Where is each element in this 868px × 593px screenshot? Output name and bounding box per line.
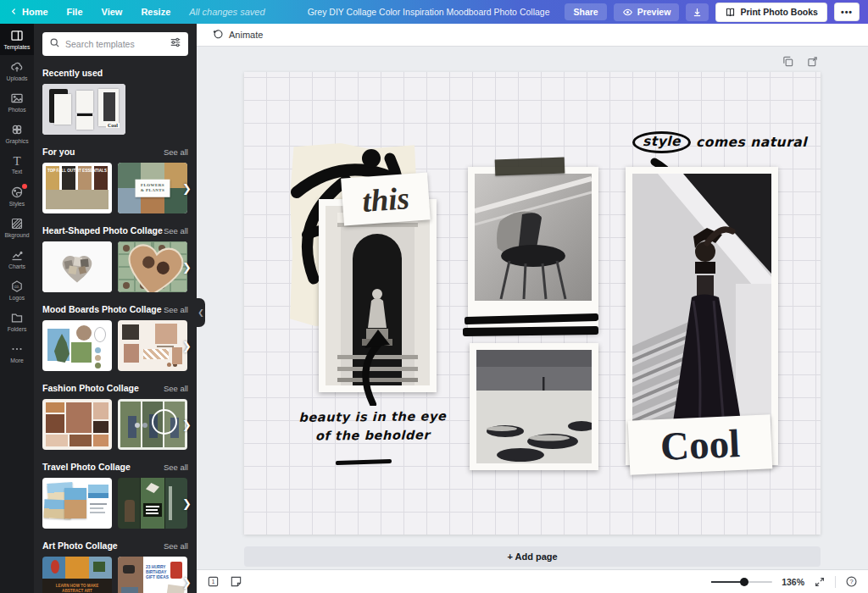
book-icon: [725, 7, 736, 18]
carousel-chevron-icon[interactable]: ❯: [182, 418, 192, 431]
cool-text: Cool: [659, 420, 741, 469]
logos-hexagon-icon: co.: [10, 280, 24, 293]
collage-style-quote[interactable]: style comes natural: [632, 131, 807, 153]
fullscreen-icon[interactable]: [814, 576, 826, 588]
zoom-slider-knob[interactable]: [740, 578, 748, 586]
eye-icon: [622, 7, 633, 18]
page-list-icon[interactable]: 1: [207, 575, 220, 588]
style-rest-text: comes natural: [696, 135, 807, 150]
template-thumb-birthday-gifts[interactable]: 23 HURRY BIRTHDAY GIFT IDEAS: [118, 557, 187, 593]
arrow-up-icon[interactable]: [353, 328, 397, 409]
carousel-chevron-icon[interactable]: ❯: [182, 261, 192, 274]
beauty-line-2: of the beholder: [281, 426, 464, 446]
sidebar-item-more[interactable]: More: [0, 337, 34, 369]
share-button[interactable]: Share: [565, 3, 606, 20]
duplicate-page-icon[interactable]: [782, 55, 794, 71]
context-toolbar: Animate: [197, 24, 868, 47]
collage-photo-dunes[interactable]: [470, 343, 598, 470]
download-icon: [692, 7, 703, 18]
search-input[interactable]: [65, 39, 164, 49]
preview-label: Preview: [637, 7, 671, 17]
background-pattern-icon: [10, 217, 24, 230]
dunes-photo-art: [476, 350, 592, 463]
zoom-slider[interactable]: [711, 581, 772, 583]
sidebar-item-graphics[interactable]: Graphics: [0, 118, 34, 149]
canvas-area: Animate: [197, 24, 868, 593]
see-all-heart[interactable]: See all: [164, 226, 188, 236]
template-thumb-travel-jungle[interactable]: [118, 478, 187, 529]
help-icon[interactable]: ?: [845, 575, 858, 588]
see-all-art[interactable]: See all: [164, 541, 188, 551]
collage-tape[interactable]: [495, 158, 565, 176]
status-bar: 1 136% ?: [197, 569, 868, 593]
template-thumb-flowers-plants[interactable]: FLOWERS & PLANTS: [118, 163, 187, 213]
add-page-button[interactable]: + Add page: [244, 546, 821, 567]
sidebar-item-text[interactable]: T Text: [0, 149, 34, 180]
sidebar-item-background[interactable]: Bkground: [0, 212, 34, 243]
template-thumb-fashion-terracotta[interactable]: [42, 399, 112, 450]
carousel-chevron-icon[interactable]: ❯: [182, 340, 192, 352]
animate-button[interactable]: Animate: [205, 25, 270, 44]
styles-label: Styles: [9, 201, 25, 207]
collage-beauty-quote[interactable]: beauty is in the eye of the beholder: [281, 407, 464, 446]
zoom-level: 136%: [782, 577, 804, 587]
template-thumb-mood-blue[interactable]: [42, 320, 112, 371]
template-thumb-heart-couple[interactable]: [118, 241, 187, 292]
graphics-icon: [10, 123, 24, 136]
collage-this-label[interactable]: this: [341, 173, 431, 226]
template-thumb-abstract-art[interactable]: LEARN HOW TO MAKE ABSTRACT ART: [42, 557, 112, 593]
template-thumb-fashion-circle[interactable]: [118, 399, 187, 450]
sidebar-item-styles[interactable]: Styles: [0, 180, 34, 212]
photo-icon: [10, 91, 24, 105]
preview-button[interactable]: Preview: [614, 3, 680, 21]
add-page-label: + Add page: [507, 551, 557, 562]
search-icon: [49, 36, 60, 52]
marker-stroke[interactable]: [463, 326, 598, 336]
menu-file[interactable]: File: [67, 7, 83, 17]
download-button[interactable]: [686, 3, 709, 21]
sidebar-item-folders[interactable]: Folders: [0, 306, 34, 337]
sidebar-item-uploads[interactable]: Uploads: [0, 55, 34, 86]
see-all-fashion[interactable]: See all: [164, 384, 188, 393]
chair-photo-art: [475, 174, 592, 301]
see-all-travel[interactable]: See all: [164, 463, 188, 472]
template-thumb-travel-beach[interactable]: [42, 478, 112, 529]
document-title[interactable]: Grey DIY Collage Color Inspiration Moodb…: [308, 7, 550, 17]
background-label: Bkground: [4, 232, 29, 238]
svg-text:co.: co.: [14, 285, 19, 289]
export-page-icon[interactable]: [806, 55, 819, 71]
charts-label: Charts: [8, 263, 25, 269]
menu-view[interactable]: View: [102, 7, 123, 17]
sidebar-item-logos[interactable]: co. Logos: [0, 274, 34, 306]
see-all-mood[interactable]: See all: [164, 305, 188, 314]
template-thumb-fall-outfit[interactable]: TOP FALL OUTFIT ESSENTIALS: [42, 163, 112, 213]
collage-photo-chair[interactable]: [468, 167, 598, 333]
graphics-label: Graphics: [5, 138, 28, 144]
template-thumb-mood-beige[interactable]: [118, 320, 187, 371]
share-label: Share: [573, 7, 598, 17]
menu-resize[interactable]: Resize: [141, 7, 170, 17]
sidebar-item-templates[interactable]: Templates: [0, 24, 34, 55]
carousel-chevron-icon[interactable]: ❯: [182, 576, 192, 589]
more-label: More: [10, 357, 24, 363]
underline-stroke[interactable]: [336, 459, 392, 465]
more-options-button[interactable]: •••: [834, 3, 860, 21]
thumb-caption: 23 HURRY BIRTHDAY GIFT IDEAS: [146, 565, 170, 580]
carousel-chevron-icon[interactable]: ❯: [182, 182, 192, 195]
design-page[interactable]: this beauty is in the eye of the beholde…: [244, 72, 821, 535]
see-all-for-you[interactable]: See all: [164, 147, 188, 157]
sidebar-item-charts[interactable]: Charts: [0, 243, 34, 274]
sidebar-item-photos[interactable]: Photos: [0, 86, 34, 118]
collage-cool-label[interactable]: Cool: [628, 414, 773, 474]
print-photo-books-button[interactable]: Print Photo Books: [715, 3, 827, 22]
filter-sliders-icon[interactable]: [170, 36, 181, 52]
panel-collapse-handle[interactable]: ❮: [197, 298, 205, 327]
home-button[interactable]: Home: [10, 7, 48, 17]
search-box: [42, 32, 188, 56]
template-thumb-heart-white[interactable]: [42, 241, 112, 292]
print-photo-books-label: Print Photo Books: [740, 7, 818, 17]
notes-icon[interactable]: [230, 575, 242, 588]
carousel-chevron-icon[interactable]: ❯: [182, 497, 192, 510]
template-thumb-recently-used[interactable]: Cool: [42, 84, 125, 135]
zoom-slider-fill: [711, 581, 743, 583]
